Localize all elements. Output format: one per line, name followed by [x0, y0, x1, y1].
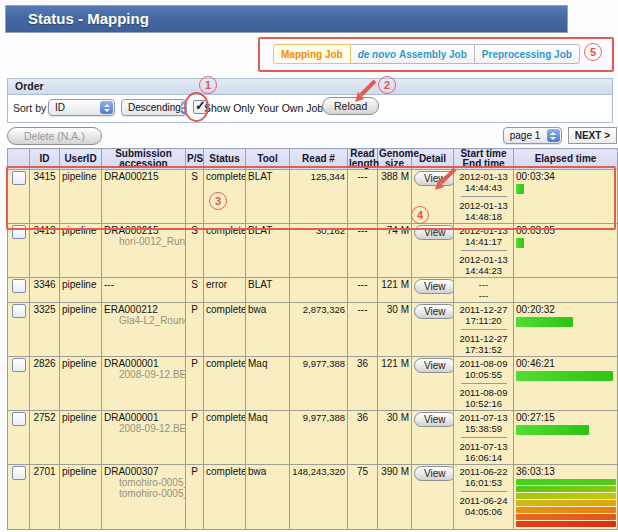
view-button[interactable]: View	[414, 412, 454, 427]
row-ps: P	[186, 411, 204, 465]
row-userid: pipeline	[60, 411, 102, 465]
title-bar: Status - Mapping	[5, 5, 568, 33]
view-button[interactable]: View	[414, 358, 454, 373]
row-tool: Maq	[246, 411, 290, 465]
elapsed-bar	[516, 317, 573, 327]
row-read-count: 30,162	[290, 224, 348, 278]
delete-button[interactable]: Delete (N.A.)	[7, 127, 102, 145]
row-tool: bwa	[246, 303, 290, 357]
elapsed-bar	[516, 493, 616, 499]
table-row: 3346pipeline---SerrorBLAT---121 MView---…	[8, 278, 618, 303]
sort-by-label: Sort by :	[13, 102, 52, 114]
accession-main: DRA000001	[104, 412, 183, 423]
row-status: complete	[204, 224, 246, 278]
row-genome-size: 121 M	[378, 357, 412, 411]
table-row: 3413pipelineDRA000215hori-0012_Run_Scomp…	[8, 224, 618, 278]
annotation-marker-5: 5	[584, 43, 602, 61]
elapsed-bar	[516, 238, 524, 248]
elapsed-text: 00:46:21	[516, 358, 615, 370]
row-accession: DRA0000012008-09-12.BES	[102, 411, 186, 465]
view-button[interactable]: View	[414, 466, 454, 481]
start-time: 2011-07-1315:38:59	[456, 412, 511, 434]
elapsed-bars	[516, 479, 615, 527]
row-checkbox-cell	[8, 278, 30, 303]
row-checkbox-cell	[8, 303, 30, 357]
accession-sub: tomohiro-0005_	[104, 477, 183, 488]
annotation-circle-checkbox	[184, 92, 209, 122]
elapsed-bar	[516, 521, 616, 527]
row-checkbox[interactable]	[12, 358, 26, 372]
view-button[interactable]: View	[414, 279, 454, 294]
next-page-button[interactable]: NEXT >	[568, 127, 617, 144]
table-row: 2826pipelineDRA0000012008-09-12.BESPcomp…	[8, 357, 618, 411]
table-toolbar: Delete (N.A.) page 1 NEXT >	[7, 125, 617, 146]
end-time: 2012-01-1314:44:23	[456, 254, 511, 276]
elapsed-bars	[516, 317, 615, 327]
row-userid: pipeline	[60, 465, 102, 530]
start-time: ---	[456, 279, 511, 290]
row-checkbox[interactable]	[12, 304, 26, 318]
elapsed-text: 36:03:13	[516, 466, 615, 478]
time-separator	[461, 383, 507, 384]
elapsed-bar	[516, 425, 589, 435]
sort-direction-select[interactable]: Descending	[121, 99, 187, 116]
row-start-end-cell: 2011-08-0910:05:552011-08-0910:52:16	[454, 357, 514, 411]
row-read-length: 36	[348, 357, 378, 411]
row-userid: pipeline	[60, 278, 102, 303]
row-read-length: 36	[348, 411, 378, 465]
sort-direction-value: Descending	[128, 102, 181, 113]
annotation-marker-2: 2	[378, 76, 396, 94]
accession-sub: 2008-09-12.BES	[104, 423, 183, 434]
sort-field-value: ID	[55, 102, 65, 113]
elapsed-text: 00:27:15	[516, 412, 615, 424]
row-read-length: ---	[348, 303, 378, 357]
accession-sub: 2008-09-12.BES	[104, 369, 183, 380]
row-accession: ---	[102, 278, 186, 303]
row-tool: BLAT	[246, 278, 290, 303]
select-stepper-icon	[100, 101, 113, 114]
sort-field-select[interactable]: ID	[48, 99, 115, 116]
row-checkbox-cell	[8, 357, 30, 411]
row-checkbox[interactable]	[12, 466, 26, 480]
row-id: 3346	[30, 278, 60, 303]
row-detail-cell: View	[412, 357, 454, 411]
row-status: complete	[204, 411, 246, 465]
row-elapsed-cell: 00:20:32	[514, 303, 618, 357]
status-mapping-page: Status - Mapping Mapping Job de novo Ass…	[0, 0, 618, 532]
accession-sub: hori-0012_Run_	[104, 236, 183, 247]
row-userid: pipeline	[60, 224, 102, 278]
row-checkbox[interactable]	[12, 279, 26, 293]
row-accession: ERA000212Gla4-L2_Rounc	[102, 303, 186, 357]
start-time: 2011-06-2216:01:53	[456, 466, 511, 488]
row-checkbox[interactable]	[12, 412, 26, 426]
row-detail-cell: View	[412, 303, 454, 357]
row-id: 2826	[30, 357, 60, 411]
row-ps: P	[186, 465, 204, 530]
row-checkbox-cell	[8, 224, 30, 278]
page-select[interactable]: page 1	[503, 127, 562, 144]
row-elapsed-cell: 00:46:21	[514, 357, 618, 411]
view-button[interactable]: View	[414, 304, 454, 319]
row-genome-size: 74 M	[378, 224, 412, 278]
row-userid: pipeline	[60, 303, 102, 357]
reload-button[interactable]: Reload	[322, 97, 379, 115]
row-ps: P	[186, 303, 204, 357]
elapsed-text: 00:20:32	[516, 304, 615, 316]
row-id: 2701	[30, 465, 60, 530]
elapsed-bar	[516, 507, 616, 513]
row-start-end-cell: 2011-06-2216:01:532011-06-2404:05:06	[454, 465, 514, 530]
row-id: 3413	[30, 224, 60, 278]
row-tool: BLAT	[246, 224, 290, 278]
row-read-length: ---	[348, 278, 378, 303]
time-separator	[461, 329, 507, 330]
accession-main: DRA000001	[104, 358, 183, 369]
table-row: 2752pipelineDRA0000012008-09-12.BESPcomp…	[8, 411, 618, 465]
row-start-end-cell: 2011-07-1315:38:592011-07-1316:06:14	[454, 411, 514, 465]
row-read-length: 75	[348, 465, 378, 530]
elapsed-bar	[516, 514, 616, 520]
order-panel-body: Sort by : ID Descending Show Only Your O…	[8, 95, 612, 122]
tab-mapping-job[interactable]: Mapping Job	[273, 44, 351, 64]
row-userid: pipeline	[60, 357, 102, 411]
row-genome-size: 30 M	[378, 303, 412, 357]
row-accession: DRA0000012008-09-12.BES	[102, 357, 186, 411]
